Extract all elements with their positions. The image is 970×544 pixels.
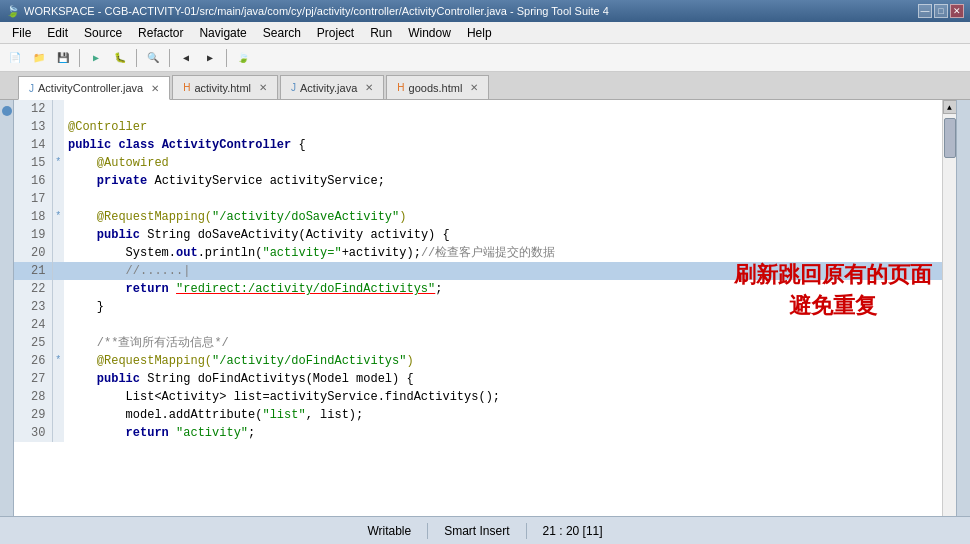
close-button[interactable]: ✕ (950, 4, 964, 18)
line-number: 20 (14, 244, 52, 262)
line-marker (52, 190, 64, 208)
code-line[interactable]: public String doSaveActivity(Activity ac… (64, 226, 942, 244)
code-line[interactable] (64, 100, 942, 118)
toolbar-sep-1 (79, 49, 80, 67)
menu-search[interactable]: Search (255, 24, 309, 42)
string-4: "list" (262, 408, 305, 422)
menu-navigate[interactable]: Navigate (191, 24, 254, 42)
line-marker (52, 298, 64, 316)
tab-goods-html-close[interactable]: ✕ (470, 82, 478, 93)
class-name: ActivityController (162, 138, 292, 152)
code-line[interactable]: //......| (64, 262, 942, 280)
menu-project[interactable]: Project (309, 24, 362, 42)
code-line[interactable] (64, 190, 942, 208)
line-marker (52, 316, 64, 334)
line-number: 19 (14, 226, 52, 244)
table-row: 24 (14, 316, 942, 334)
tab-activitycontroller[interactable]: J ActivityController.java ✕ (18, 76, 170, 100)
code-line[interactable]: List<Activity> list=activityService.find… (64, 388, 942, 406)
code-line[interactable]: /**查询所有活动信息*/ (64, 334, 942, 352)
code-line[interactable]: System.out.println("activity="+activity)… (64, 244, 942, 262)
tab-html-icon-2: H (397, 82, 404, 93)
tab-activity-java-close[interactable]: ✕ (365, 82, 373, 93)
string-activity: "activity" (176, 426, 248, 440)
maximize-button[interactable]: □ (934, 4, 948, 18)
code-line[interactable]: return "redirect:/activity/doFindActivit… (64, 280, 942, 298)
code-content: 12 13 @Controller 14 public cla (14, 100, 942, 516)
line-number: 13 (14, 118, 52, 136)
menu-source[interactable]: Source (76, 24, 130, 42)
table-row: 16 private ActivityService activityServi… (14, 172, 942, 190)
menu-run[interactable]: Run (362, 24, 400, 42)
line-number: 18 (14, 208, 52, 226)
line-number: 17 (14, 190, 52, 208)
status-divider-2 (526, 523, 527, 539)
code-line[interactable]: @RequestMapping("/activity/doSaveActivit… (64, 208, 942, 226)
toolbar-back[interactable]: ◀ (175, 47, 197, 69)
table-row: 20 System.out.println("activity="+activi… (14, 244, 942, 262)
toolbar-debug[interactable]: 🐛 (109, 47, 131, 69)
title-bar: 🍃 WORKSPACE - CGB-ACTIVITY-01/src/main/j… (0, 0, 970, 22)
tab-activity-html-close[interactable]: ✕ (259, 82, 267, 93)
status-insert-mode: Smart Insert (444, 524, 509, 538)
toolbar-save[interactable]: 💾 (52, 47, 74, 69)
string-3: "/activity/doFindActivitys" (212, 354, 406, 368)
line-marker (52, 172, 64, 190)
keyword-class: class (118, 138, 154, 152)
toolbar-search[interactable]: 🔍 (142, 47, 164, 69)
scroll-thumb[interactable] (944, 118, 956, 158)
tab-activity-html[interactable]: H activity.html ✕ (172, 75, 278, 99)
code-line[interactable]: model.addAttribute("list", list); (64, 406, 942, 424)
scroll-up-arrow[interactable]: ▲ (943, 100, 957, 114)
code-line[interactable]: public class ActivityController { (64, 136, 942, 154)
annotation-autowired: @Autowired (97, 156, 169, 170)
line-marker (52, 100, 64, 118)
code-line[interactable]: @Autowired (64, 154, 942, 172)
tab-activity-java[interactable]: J Activity.java ✕ (280, 75, 384, 99)
title-bar-controls[interactable]: — □ ✕ (918, 4, 964, 18)
code-line[interactable]: @Controller (64, 118, 942, 136)
tab-activitycontroller-close[interactable]: ✕ (151, 83, 159, 94)
status-bar: Writable Smart Insert 21 : 20 [11] (0, 516, 970, 544)
left-panel-icon[interactable] (2, 106, 12, 116)
menu-help[interactable]: Help (459, 24, 500, 42)
minimize-button[interactable]: — (918, 4, 932, 18)
title-bar-text: WORKSPACE - CGB-ACTIVITY-01/src/main/jav… (24, 5, 609, 17)
line-number: 26 (14, 352, 52, 370)
menu-bar: File Edit Source Refactor Navigate Searc… (0, 22, 970, 44)
code-line[interactable]: return "activity"; (64, 424, 942, 442)
code-line[interactable]: private ActivityService activityService; (64, 172, 942, 190)
tab-activity-html-label: activity.html (194, 82, 251, 94)
code-line[interactable]: } (64, 298, 942, 316)
tab-goods-html[interactable]: H goods.html ✕ (386, 75, 489, 99)
code-line[interactable] (64, 316, 942, 334)
menu-refactor[interactable]: Refactor (130, 24, 191, 42)
keyword-return: return (126, 282, 169, 296)
code-area[interactable]: 12 13 @Controller 14 public cla (14, 100, 942, 516)
toolbar-forward[interactable]: ▶ (199, 47, 221, 69)
toolbar-open[interactable]: 📁 (28, 47, 50, 69)
toolbar-sep-3 (169, 49, 170, 67)
toolbar-run[interactable]: ▶ (85, 47, 107, 69)
line-number: 29 (14, 406, 52, 424)
line-number: 21 (14, 262, 52, 280)
table-row: 13 @Controller (14, 118, 942, 136)
status-writable: Writable (367, 524, 411, 538)
code-line[interactable]: public String doFindActivitys(Model mode… (64, 370, 942, 388)
tab-activity-java-label: Activity.java (300, 82, 357, 94)
menu-edit[interactable]: Edit (39, 24, 76, 42)
menu-file[interactable]: File (4, 24, 39, 42)
toolbar-sep-4 (226, 49, 227, 67)
app-icon: 🍃 (6, 5, 20, 18)
main-area: 12 13 @Controller 14 public cla (0, 100, 970, 516)
toolbar-spring[interactable]: 🍃 (232, 47, 254, 69)
status-center: Writable Smart Insert 21 : 20 [11] (367, 523, 602, 539)
toolbar-new[interactable]: 📄 (4, 47, 26, 69)
right-scrollbar[interactable]: ▲ (942, 100, 956, 516)
menu-window[interactable]: Window (400, 24, 459, 42)
line-marker (52, 334, 64, 352)
line-number: 25 (14, 334, 52, 352)
code-line[interactable]: @RequestMapping("/activity/doFindActivit… (64, 352, 942, 370)
tab-goods-html-label: goods.html (409, 82, 463, 94)
tab-java-icon: J (29, 83, 34, 94)
